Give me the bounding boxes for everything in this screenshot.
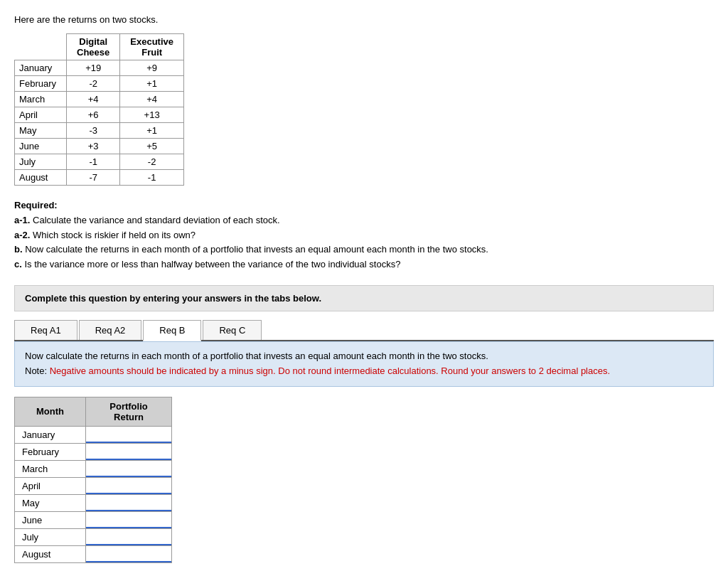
- portfolio-return-input[interactable]: [86, 461, 171, 477]
- portfolio-input-cell[interactable]: [85, 528, 171, 545]
- month-cell: March: [15, 92, 67, 107]
- portfolio-input-cell[interactable]: [85, 460, 171, 477]
- executive-cell: +1: [120, 123, 184, 139]
- portfolio-month-cell: March: [15, 460, 86, 477]
- portfolio-return-input[interactable]: [86, 444, 171, 460]
- complete-banner: Complete this question by entering your …: [14, 285, 714, 311]
- digital-cell: +6: [67, 107, 120, 123]
- req-c-prefix: c.: [14, 259, 22, 269]
- month-cell: April: [15, 107, 67, 123]
- digital-cell: -3: [67, 123, 120, 139]
- req-a1-text: Calculate the variance and standard devi…: [30, 215, 279, 225]
- portfolio-row: August: [15, 545, 172, 562]
- executive-cell: +9: [120, 60, 184, 76]
- tab-req-a2[interactable]: Req A2: [79, 320, 142, 340]
- instruction-box: Now calculate the returns in each month …: [14, 341, 714, 387]
- required-label: Required:: [14, 200, 58, 210]
- executive-fruit-header: ExecutiveFruit: [120, 34, 184, 60]
- digital-cell: -1: [67, 154, 120, 170]
- digital-cheese-header: DigitalCheese: [67, 34, 120, 60]
- portfolio-return-header: PortfolioReturn: [85, 397, 171, 426]
- table-row: February -2 +1: [15, 76, 184, 92]
- instruction-note-red: Negative amounts should be indicated by …: [50, 365, 610, 376]
- month-cell: August: [15, 170, 67, 186]
- tabs-container: Req A1 Req A2 Req B Req C: [14, 320, 714, 341]
- portfolio-input-cell[interactable]: [85, 426, 171, 443]
- portfolio-table: Month PortfolioReturn January February M…: [14, 397, 172, 563]
- portfolio-row: March: [15, 460, 172, 477]
- instruction-main: Now calculate the returns in each month …: [25, 351, 488, 361]
- tab-req-c[interactable]: Req C: [203, 320, 262, 340]
- portfolio-month-cell: July: [15, 528, 86, 545]
- executive-cell: -1: [120, 170, 184, 186]
- digital-cell: +4: [67, 92, 120, 107]
- portfolio-input-cell[interactable]: [85, 494, 171, 511]
- portfolio-row: July: [15, 528, 172, 545]
- req-b-prefix: b.: [14, 244, 23, 255]
- portfolio-month-cell: June: [15, 511, 86, 528]
- portfolio-input-cell[interactable]: [85, 545, 171, 562]
- portfolio-return-input[interactable]: [86, 529, 171, 545]
- month-cell: January: [15, 60, 67, 76]
- tab-req-b[interactable]: Req B: [143, 320, 201, 341]
- month-cell: July: [15, 154, 67, 170]
- table-row: June +3 +5: [15, 139, 184, 154]
- tab-req-a1[interactable]: Req A1: [14, 320, 77, 340]
- portfolio-row: April: [15, 477, 172, 494]
- executive-cell: -2: [120, 154, 184, 170]
- portfolio-row: May: [15, 494, 172, 511]
- portfolio-input-cell[interactable]: [85, 477, 171, 494]
- digital-cell: -7: [67, 170, 120, 186]
- portfolio-month-cell: February: [15, 443, 86, 460]
- executive-cell: +13: [120, 107, 184, 123]
- intro-text: Here are the returns on two stocks.: [14, 14, 714, 25]
- executive-cell: +1: [120, 76, 184, 92]
- digital-cell: -2: [67, 76, 120, 92]
- portfolio-month-cell: May: [15, 494, 86, 511]
- portfolio-row: February: [15, 443, 172, 460]
- instruction-note-prefix: Note:: [25, 365, 50, 376]
- table-row: May -3 +1: [15, 123, 184, 139]
- portfolio-row: June: [15, 511, 172, 528]
- portfolio-return-input[interactable]: [86, 478, 171, 494]
- month-cell: June: [15, 139, 67, 154]
- table-row: April +6 +13: [15, 107, 184, 123]
- portfolio-return-input[interactable]: [86, 495, 171, 511]
- data-table: DigitalCheese ExecutiveFruit January +19…: [14, 33, 184, 186]
- table-row: January +19 +9: [15, 60, 184, 76]
- portfolio-input-cell[interactable]: [85, 511, 171, 528]
- portfolio-row: January: [15, 426, 172, 443]
- table-row: August -7 -1: [15, 170, 184, 186]
- req-c-text: Is the variance more or less than halfwa…: [22, 259, 401, 269]
- month-cell: May: [15, 123, 67, 139]
- empty-header: [15, 34, 67, 60]
- portfolio-month-cell: April: [15, 477, 86, 494]
- digital-cell: +3: [67, 139, 120, 154]
- req-a1-prefix: a-1.: [14, 215, 30, 225]
- portfolio-month-cell: January: [15, 426, 86, 443]
- portfolio-return-input[interactable]: [86, 546, 171, 562]
- portfolio-month-header: Month: [15, 397, 86, 426]
- required-section: Required: a-1. Calculate the variance an…: [14, 198, 714, 272]
- req-a2-prefix: a-2.: [14, 230, 30, 240]
- table-row: July -1 -2: [15, 154, 184, 170]
- portfolio-input-cell[interactable]: [85, 443, 171, 460]
- month-cell: February: [15, 76, 67, 92]
- executive-cell: +5: [120, 139, 184, 154]
- digital-cell: +19: [67, 60, 120, 76]
- executive-cell: +4: [120, 92, 184, 107]
- portfolio-return-input[interactable]: [86, 512, 171, 528]
- req-a2-text: Which stock is riskier if held on its ow…: [30, 230, 196, 240]
- req-b-text: Now calculate the returns in each month …: [23, 244, 488, 255]
- table-row: March +4 +4: [15, 92, 184, 107]
- portfolio-return-input[interactable]: [86, 427, 171, 443]
- portfolio-month-cell: August: [15, 545, 86, 562]
